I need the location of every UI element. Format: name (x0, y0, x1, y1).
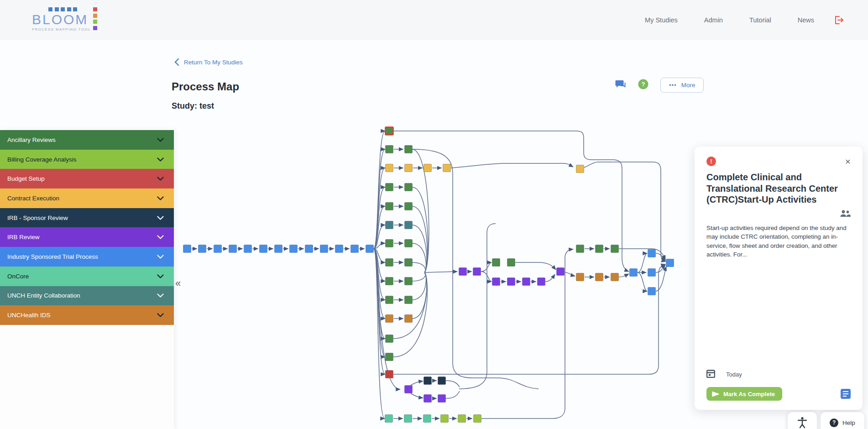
map-node[interactable] (405, 221, 413, 229)
mark-as-complete-button[interactable]: Mark As Complete (706, 387, 782, 401)
sidebar-item-irb-sponsor-review[interactable]: IRB - Sponsor Review (0, 208, 174, 228)
map-node[interactable] (438, 395, 446, 403)
nav-item-my-studies[interactable]: My Studies (645, 16, 678, 24)
map-node[interactable] (405, 296, 413, 304)
map-node[interactable] (424, 415, 431, 423)
map-node[interactable] (405, 277, 413, 285)
map-node[interactable] (386, 221, 393, 229)
map-node[interactable] (386, 296, 393, 304)
map-node-selected[interactable] (386, 127, 393, 135)
map-node[interactable] (405, 146, 413, 153)
sidebar-item-irb-review[interactable]: IRB Review (0, 227, 174, 247)
accessibility-button[interactable] (788, 412, 817, 429)
nav-item-tutorial[interactable]: Tutorial (749, 16, 771, 24)
map-node[interactable] (366, 245, 374, 253)
map-node[interactable] (260, 245, 267, 253)
logout-icon[interactable] (833, 15, 844, 27)
map-node[interactable] (648, 269, 656, 277)
map-node[interactable] (386, 183, 393, 191)
more-button[interactable]: ••• More (660, 78, 704, 93)
map-node[interactable] (576, 165, 584, 173)
back-link[interactable]: Return To My Studies (174, 58, 243, 66)
nav-item-admin[interactable]: Admin (704, 16, 723, 24)
sidebar-item-unch-entity-collaboration[interactable]: UNCH Entity Collaboration (0, 286, 174, 306)
map-node[interactable] (523, 278, 530, 286)
map-node[interactable] (611, 245, 619, 253)
map-node[interactable] (596, 245, 603, 253)
map-node[interactable] (443, 164, 451, 172)
map-node[interactable] (335, 245, 343, 253)
close-icon[interactable]: × (845, 157, 851, 166)
map-node[interactable] (576, 273, 584, 281)
map-node[interactable] (438, 377, 446, 385)
map-node[interactable] (386, 353, 393, 361)
sidebar-item-billing-coverage-analysis[interactable]: Billing Coverage Analysis (0, 150, 174, 169)
map-node[interactable] (459, 268, 467, 276)
map-node[interactable] (214, 245, 222, 253)
map-node[interactable] (424, 395, 432, 403)
map-node[interactable] (385, 415, 393, 423)
map-node[interactable] (492, 278, 500, 286)
map-node[interactable] (290, 245, 298, 253)
map-node[interactable] (473, 268, 481, 276)
sidebar-item-unchealth-ids[interactable]: UNCHealth IDS (0, 305, 174, 325)
map-edge (481, 272, 492, 282)
map-node[interactable] (386, 164, 393, 172)
map-node[interactable] (386, 203, 393, 210)
sidebar-item-industry-sponsored-trial-process[interactable]: Industry Sponsored Trial Process (0, 247, 174, 267)
map-node[interactable] (305, 245, 313, 253)
map-node[interactable] (405, 315, 413, 323)
map-node[interactable] (507, 278, 515, 286)
map-node[interactable] (441, 415, 449, 423)
sidebar-item-oncore[interactable]: OnCore (0, 267, 174, 286)
map-node[interactable] (648, 288, 656, 295)
process-map[interactable] (178, 119, 689, 429)
map-node[interactable] (538, 278, 545, 286)
map-node[interactable] (229, 245, 237, 253)
map-node[interactable] (424, 164, 432, 172)
map-node[interactable] (405, 259, 413, 267)
map-node[interactable] (386, 315, 393, 323)
nav-item-news[interactable]: News (798, 16, 814, 24)
map-node[interactable] (386, 259, 393, 267)
map-node[interactable] (630, 269, 638, 277)
mark-as-complete-label: Mark As Complete (723, 391, 775, 398)
map-node[interactable] (611, 273, 619, 281)
map-node[interactable] (666, 259, 674, 267)
map-node[interactable] (405, 240, 413, 247)
map-node[interactable] (386, 277, 393, 285)
map-node[interactable] (386, 240, 393, 247)
map-node[interactable] (557, 268, 565, 276)
comments-icon[interactable] (615, 79, 626, 91)
sidebar-item-contract-execution[interactable]: Contract Execution (0, 188, 174, 208)
map-node[interactable] (492, 259, 500, 267)
chevron-left-icon (174, 58, 179, 66)
map-node[interactable] (576, 245, 584, 253)
map-node[interactable] (405, 183, 413, 191)
help-circle-icon[interactable]: ? (638, 79, 648, 91)
assignees-icon[interactable] (840, 210, 851, 219)
map-node[interactable] (474, 415, 481, 423)
map-node[interactable] (596, 273, 603, 281)
map-node[interactable] (351, 245, 359, 253)
map-node[interactable] (424, 377, 432, 385)
map-node[interactable] (386, 335, 393, 343)
map-node[interactable] (244, 245, 252, 253)
sidebar-item-ancillary-reviews[interactable]: Ancillary Reviews (0, 130, 174, 150)
map-node[interactable] (507, 259, 515, 267)
help-button[interactable]: ? Help (821, 412, 864, 429)
map-node[interactable] (405, 386, 413, 393)
map-node[interactable] (386, 146, 393, 153)
notes-icon[interactable] (841, 389, 851, 399)
map-node[interactable] (199, 245, 206, 253)
map-node[interactable] (320, 245, 328, 253)
map-node[interactable] (405, 164, 413, 172)
map-node[interactable] (648, 250, 656, 257)
map-node[interactable] (404, 415, 412, 423)
map-node[interactable] (183, 245, 191, 253)
sidebar-item-budget-setup[interactable]: Budget Setup (0, 169, 174, 188)
map-node[interactable] (386, 371, 393, 378)
map-node[interactable] (275, 245, 282, 253)
map-node[interactable] (405, 203, 413, 210)
map-node[interactable] (458, 415, 466, 423)
